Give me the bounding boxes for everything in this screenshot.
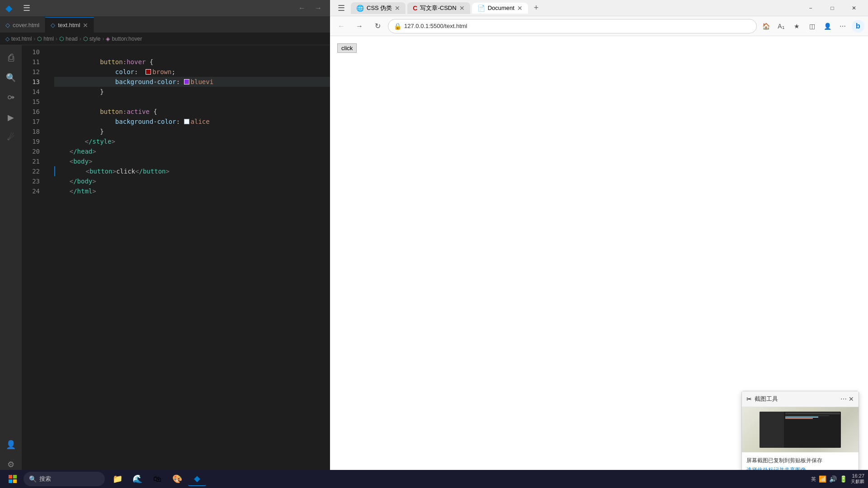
tab-cover-html[interactable]: ◇ cover.html (0, 17, 45, 33)
taskbar-app-vscode[interactable]: ◆ (188, 472, 206, 486)
line-num-12: 12 (27, 67, 47, 77)
address-bar[interactable]: 🔒 127.0.0.1:5500/text.html (388, 19, 757, 33)
split-view-icon[interactable]: ◫ (806, 20, 818, 33)
code-token: > (112, 166, 116, 176)
breadcrumb-style[interactable]: ⬡ style (83, 36, 101, 42)
taskbar-app-store[interactable]: 🛍 (148, 472, 166, 486)
browser-tab-css[interactable]: 🌐 CSS 伪类 ✕ (351, 2, 406, 14)
activity-accounts[interactable]: 👤 (2, 436, 20, 454)
taskbar-app-paint[interactable]: 🎨 (168, 472, 186, 486)
breadcrumb-style-icon: ⬡ (83, 36, 88, 42)
code-line-15 (54, 97, 330, 107)
tray-battery-icon[interactable]: 🔋 (840, 475, 847, 483)
code-token: /button (139, 166, 165, 176)
taskbar-search[interactable]: 🔍 搜索 (24, 472, 105, 486)
new-tab-button[interactable]: + (530, 2, 542, 14)
paint-icon: 🎨 (172, 474, 182, 484)
activity-explorer[interactable]: ⎙ (2, 49, 20, 67)
refresh-button[interactable]: ↻ (370, 19, 385, 34)
code-token: } (100, 127, 104, 136)
browser-tab-csdn-close[interactable]: ✕ (459, 5, 465, 12)
tray-lang-icon[interactable]: 英 (811, 476, 816, 483)
snipping-close-icon[interactable]: ✕ (849, 395, 854, 403)
reader-mode-icon[interactable]: 🏠 (760, 20, 772, 33)
tab-text-html[interactable]: ◇ text.html ✕ (45, 17, 94, 33)
breadcrumb-head-icon: ⬡ (59, 36, 64, 42)
browser-tab-css-close[interactable]: ✕ (395, 5, 400, 12)
code-token: : (176, 117, 184, 127)
snipping-title: 截图工具 (755, 395, 778, 403)
line-num-21: 21 (27, 156, 47, 166)
browser-panel: ☰ 🌐 CSS 伪类 ✕ C 写文章-CSDN ✕ 📄 Document ✕ +… (330, 0, 868, 488)
breadcrumb-sep-1: › (33, 36, 35, 42)
activity-search[interactable]: 🔍 (2, 69, 20, 87)
activity-run[interactable]: ▶ (2, 108, 20, 127)
code-token: :hover (123, 57, 146, 67)
code-token: { (146, 57, 153, 67)
code-token: body (73, 156, 89, 166)
breadcrumb-style-label: style (90, 36, 101, 42)
maximize-button[interactable]: □ (822, 1, 843, 15)
code-token: > (166, 166, 170, 176)
line-num-24: 24 (27, 186, 47, 196)
breadcrumb-selector[interactable]: ◈ button:hover (106, 36, 142, 42)
breadcrumb-file[interactable]: ◇ text.html (5, 36, 32, 42)
security-icon: 🔒 (394, 23, 401, 30)
breadcrumb-sep-2: › (56, 36, 57, 42)
minimize-button[interactable]: − (800, 1, 821, 15)
menu-hamburger[interactable]: ☰ (19, 2, 34, 14)
breadcrumb-html[interactable]: ⬡ html (37, 36, 54, 42)
browser-tab-csdn-label: 写文章-CSDN (420, 4, 456, 12)
browser-tab-csdn[interactable]: C 写文章-CSDN ✕ (407, 2, 470, 14)
code-line-11: button:hover { (54, 57, 330, 67)
code-line-19: </style> (54, 136, 330, 146)
code-token: < (70, 186, 73, 196)
tray-wifi-icon[interactable]: 📶 (819, 475, 826, 483)
settings-icon[interactable]: ⋯ (836, 20, 849, 33)
profile-icon[interactable]: 👤 (821, 20, 834, 33)
activity-source-control[interactable]: ⚩ (2, 89, 20, 107)
taskbar-app-explorer[interactable]: 📁 (108, 472, 127, 486)
close-button[interactable]: ✕ (844, 1, 864, 15)
code-line-16: button:active { (54, 107, 330, 117)
tab-text-icon: ◇ (51, 22, 55, 28)
app-body: ◆ ☰ ← → ◇ cover.html ◇ text.html ✕ ◇ tex… (0, 0, 868, 488)
line-num-13: 13 (27, 77, 47, 87)
code-lines: button:hover { color: brown; (54, 47, 330, 477)
vscode-titlebar: ◆ ☰ ← → (0, 0, 330, 16)
click-button[interactable]: click (337, 43, 357, 53)
forward-nav-button[interactable]: → (352, 19, 367, 34)
code-token: click (116, 166, 135, 176)
tab-close-button[interactable]: ✕ (83, 22, 88, 29)
browser-tab-css-label: CSS 伪类 (367, 4, 392, 12)
browser-tab-doc-close[interactable]: ✕ (517, 5, 523, 12)
code-token: < (85, 136, 88, 146)
code-token: > (92, 186, 96, 196)
code-token: } (100, 87, 104, 97)
tray-volume-icon[interactable]: 🔊 (829, 475, 837, 483)
taskbar-clock[interactable]: 16:27 天麒麟 (851, 473, 864, 485)
line-num-14: 14 (27, 87, 47, 97)
line-num-23: 23 (27, 176, 47, 186)
favorites-icon[interactable]: ★ (790, 20, 803, 33)
sidebar-toggle-button[interactable]: ☰ (334, 0, 349, 16)
activity-extensions[interactable]: ☄ (2, 128, 20, 146)
back-nav-button[interactable]: ← (334, 19, 349, 34)
browser-tab-csdn-icon: C (413, 5, 417, 12)
code-line-23: </body> (54, 176, 330, 186)
breadcrumb-head-label: head (66, 36, 78, 42)
bing-icon[interactable]: b (852, 20, 864, 33)
breadcrumb-sep-4: › (102, 36, 104, 42)
translate-icon[interactable]: A₁ (775, 20, 788, 33)
browser-content: click ✂ 截图工具 ⋯ ✕ (330, 36, 868, 488)
vscode-taskbar-icon: ◆ (194, 474, 200, 483)
code-token: alice (191, 117, 210, 127)
forward-button[interactable]: → (312, 3, 325, 13)
back-button[interactable]: ← (296, 3, 308, 13)
breadcrumb-head[interactable]: ⬡ head (59, 36, 78, 42)
start-button[interactable] (4, 472, 22, 486)
snipping-more-icon[interactable]: ⋯ (840, 395, 847, 403)
browser-tab-document[interactable]: 📄 Document ✕ (472, 3, 528, 14)
taskbar-app-edge[interactable]: 🌊 (128, 472, 146, 486)
code-line-13: background-color: bluevi (54, 77, 330, 87)
